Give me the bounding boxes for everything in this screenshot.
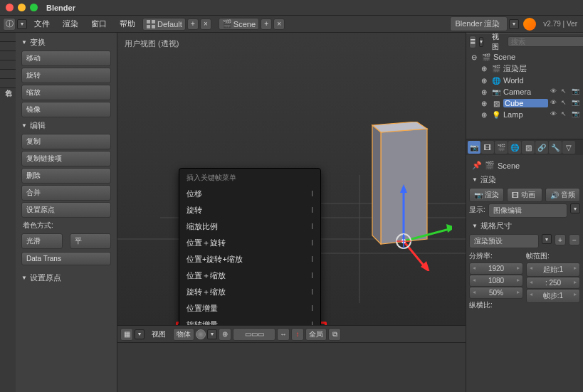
visibility-toggle[interactable]: 👁 [550,88,559,96]
expand-icon[interactable]: ⊕ [479,87,489,97]
tool-tab-1[interactable]: 创建 [0,42,16,51]
smooth-button[interactable]: 光滑 [21,233,63,249]
panel-dims-header[interactable]: ▼规格尺寸 [469,219,580,233]
keyframe-menu-item-1[interactable]: 旋转I [179,202,320,218]
prop-tab-object[interactable]: ▨ [522,141,535,154]
keyframe-menu-item-7[interactable]: 位置增量I [179,300,320,317]
outliner-scene-row[interactable]: ⊖ 🎬 Scene [468,51,582,63]
shading-mode-chevron[interactable]: ▾ [207,329,217,339]
orientation-selector[interactable]: 全局 [305,328,327,341]
outliner-item-4[interactable]: ⊕💡Lamp👁↖📷 [478,109,582,120]
tool-tab-5[interactable]: 着色 [0,79,16,88]
panel-render-header[interactable]: ▼渲染 [469,173,580,186]
panel-edit-header[interactable]: ▼编辑 [19,119,114,132]
audio-button[interactable]: 🔊音频 [545,188,580,202]
layers-icon[interactable]: ▭▭▭ [233,328,275,341]
select-toggle[interactable]: ↖ [561,88,569,96]
pin-icon[interactable]: 📌 [472,161,482,170]
res-x-field[interactable]: ◂1920▸ [469,263,523,275]
prop-tab-data[interactable]: ▽ [562,141,575,154]
menu-window[interactable]: 窗口 [85,16,112,31]
preset-add[interactable]: + [555,234,566,245]
render-button[interactable]: 📷渲染 [469,188,504,202]
res-pct-field[interactable]: ◂50%▸ [469,287,523,299]
visibility-toggle[interactable]: 👁 [550,110,559,119]
viewport-3d[interactable]: 用户视图 (透视) [117,33,466,325]
prop-tab-constraints[interactable]: 🔗 [535,141,548,154]
prop-tab-layers[interactable]: 🎞 [481,141,494,154]
maximize-button[interactable] [30,4,38,11]
res-y-field[interactable]: ◂1080▸ [469,275,523,287]
display-chevron[interactable]: ▾ [570,203,580,213]
panel-origin-header[interactable]: ▼设置原点 [19,271,114,285]
snap-icon[interactable]: ⧉ [328,328,341,341]
panel-transform-header[interactable]: ▼变换 [19,36,114,49]
keyframe-menu-item-3[interactable]: 位置＋旋转I [179,235,320,251]
scene-add[interactable]: + [261,18,272,30]
prop-tab-world[interactable]: 🌐 [508,141,521,154]
outliner-view[interactable]: 视图 [486,30,505,54]
manipulator-move[interactable]: ↕ [291,328,304,341]
menu-file[interactable]: 文件 [28,16,56,31]
outliner-item-0[interactable]: ⊕🎬渲染层 [478,63,582,75]
outliner-chevron[interactable]: ▾ [479,37,483,47]
keyframe-menu-item-5[interactable]: 位置＋缩放I [179,267,320,284]
frame-step-field[interactable]: ◂帧步:1▸ [526,289,580,303]
keyframe-menu-item-0[interactable]: 位移I [179,186,320,202]
layout-add[interactable]: + [187,18,199,30]
screen-layout-selector[interactable]: Default [142,18,186,31]
header-view[interactable]: 视图 [146,327,172,341]
preset-chevron[interactable]: ▾ [542,234,552,244]
cube-object[interactable] [359,122,452,264]
tool-tab-3[interactable]: 动画 [0,60,16,70]
anim-button[interactable]: 🎞动画 [507,188,542,202]
keyframe-menu-item-4[interactable]: 位置+旋转+缩放I [179,251,320,267]
prop-tab-modifiers[interactable]: 🔧 [549,141,562,154]
move-button[interactable]: 移动 [21,51,111,66]
delete-button[interactable]: 删除 [21,168,111,184]
manipulator-toggle[interactable]: ↔ [277,328,290,341]
rotate-button[interactable]: 旋转 [21,68,111,83]
outliner-item-1[interactable]: ⊕🌐World [478,75,582,86]
pivot-icon[interactable]: ⊕ [219,328,231,341]
outliner-search[interactable] [508,36,583,47]
engine-chevron[interactable]: ▾ [509,19,519,29]
scene-selector[interactable]: 🎬 Scene [219,18,259,30]
render-toggle[interactable]: 📷 [572,88,580,96]
prop-tab-render[interactable]: 📷 [468,141,480,154]
outliner-item-3[interactable]: ⊕▨Cube👁↖📷 [478,97,582,109]
expand-icon[interactable]: ⊕ [479,98,489,108]
prop-tab-scene[interactable]: 🎬 [495,141,508,154]
outliner-item-2[interactable]: ⊕📷Camera👁↖📷 [478,86,582,97]
editor-type-icon[interactable]: ⓘ [3,18,16,31]
tool-tab-2[interactable]: 关系 [0,51,16,60]
preset-remove[interactable]: − [569,234,580,245]
expand-icon[interactable]: ⊕ [479,64,489,74]
select-toggle[interactable]: ↖ [561,99,569,107]
shading-mode-icon[interactable] [196,329,206,339]
duplicate-button[interactable]: 复制 [21,134,111,149]
layout-del[interactable]: × [200,18,211,30]
select-toggle[interactable]: ↖ [561,110,569,119]
set-origin-button[interactable]: 设置原点 [21,202,111,218]
outliner-editor-icon[interactable]: ≣ [469,36,476,48]
editor-type-3dview-icon[interactable]: ▦ [120,328,133,341]
visibility-toggle[interactable]: 👁 [550,99,559,107]
editor-type-chevron[interactable]: ▾ [17,19,27,29]
editor-type-3dview-chevron[interactable]: ▾ [135,329,145,339]
render-preset[interactable]: 渲染预设 [469,234,539,248]
render-toggle[interactable]: 📷 [572,110,580,119]
display-select[interactable]: 图像编辑 [488,203,567,218]
duplicate-linked-button[interactable]: 复制链接项 [21,151,111,166]
tool-tab-4[interactable]: 物理 [0,70,16,79]
scene-del[interactable]: × [273,18,285,30]
keyframe-menu-item-8[interactable]: 旋转增量I [179,317,320,325]
join-button[interactable]: 合并 [21,185,111,201]
mode-selector[interactable]: 物体 [173,328,194,341]
mirror-button[interactable]: 镜像 [21,102,111,117]
disclosure-icon[interactable]: ⊖ [469,52,479,62]
minimize-button[interactable] [18,4,26,11]
expand-icon[interactable]: ⊕ [479,75,489,85]
close-button[interactable] [6,4,14,11]
menu-render[interactable]: 渲染 [57,16,84,31]
